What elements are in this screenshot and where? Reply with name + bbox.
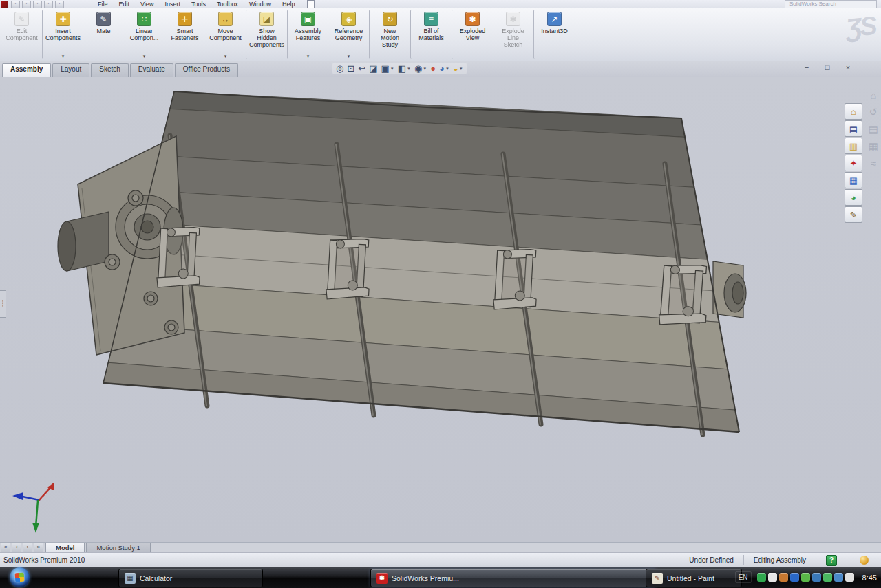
- quick-access-save-icon[interactable]: ·: [33, 1, 42, 8]
- tray-logoff-icon[interactable]: [823, 573, 832, 582]
- show-hidden-components-button[interactable]: ◪ Show Hidden Components ▾: [246, 10, 287, 59]
- dropdown-caret-icon[interactable]: ▾: [307, 54, 310, 59]
- tray-network-icon[interactable]: [812, 573, 821, 582]
- dropdown-caret-icon[interactable]: ▾: [143, 54, 146, 59]
- hide-show-items-button[interactable]: ◉▼: [413, 63, 428, 74]
- custom-properties-tab[interactable]: ✎: [845, 206, 862, 223]
- smart-fasteners-button[interactable]: ✛ Smart Fasteners ▾: [164, 10, 205, 59]
- close-document-button[interactable]: ×: [841, 63, 855, 74]
- tab-sketch[interactable]: Sketch: [91, 63, 129, 77]
- new-motion-study-button[interactable]: ↻ New Motion Study ▾: [369, 10, 410, 59]
- move-component-button[interactable]: ↔ Move Component ▾: [205, 10, 246, 59]
- graphics-area[interactable]: ⌂↺▤▦≈ ⌂▤▥✦▦◕✎ ┆: [0, 77, 881, 542]
- bracket-clip[interactable]: [326, 237, 372, 301]
- assembly-model[interactable]: [0, 77, 881, 542]
- tray-messenger-icon[interactable]: [801, 573, 810, 582]
- show-hidden-icon: ◪: [259, 12, 274, 26]
- section-view-button[interactable]: ◪▼: [368, 63, 379, 74]
- previous-view-button[interactable]: ↩▼: [357, 63, 367, 74]
- bill-of-materials-button[interactable]: ≡ Bill of Materials ▾: [410, 10, 452, 59]
- language-indicator[interactable]: EN: [735, 571, 752, 583]
- zoom-to-area-button[interactable]: ⊡▼: [346, 63, 356, 74]
- linear-component-pattern-button[interactable]: ∷ Linear Compon... ▾: [124, 10, 164, 59]
- tab-assembly[interactable]: Assembly: [2, 63, 51, 77]
- tray-volume-icon[interactable]: [845, 573, 854, 582]
- quick-access-undo-icon[interactable]: ·: [55, 1, 64, 8]
- quick-access-new-icon[interactable]: ·: [11, 1, 20, 8]
- motion-nav-next-button[interactable]: ›: [23, 543, 32, 552]
- file-explorer-tab[interactable]: ▥: [845, 138, 862, 154]
- feature-tree-splitter[interactable]: ┆: [0, 290, 6, 318]
- assembly-features-button[interactable]: ▣ Assembly Features ▾: [287, 10, 328, 59]
- model-tab[interactable]: Model: [45, 543, 85, 553]
- dropdown-caret-icon[interactable]: ▾: [224, 54, 227, 59]
- menu-item[interactable]: File: [92, 1, 114, 8]
- solidworks-search-input[interactable]: SolidWorks Search: [785, 0, 877, 8]
- dropdown-caret-icon[interactable]: ▼: [390, 67, 394, 71]
- menu-item[interactable]: View: [135, 1, 159, 8]
- menu-item[interactable]: Window: [244, 1, 277, 8]
- quick-access-open-icon[interactable]: ·: [22, 1, 31, 8]
- design-library-tab[interactable]: ▤: [845, 120, 862, 137]
- view-tool-icon: ▣: [381, 63, 389, 74]
- bracket-clip[interactable]: [156, 226, 202, 290]
- tray-media-icon[interactable]: [779, 573, 788, 582]
- motion-nav-first-button[interactable]: «: [1, 543, 10, 552]
- minimize-document-button[interactable]: −: [800, 63, 814, 74]
- dropdown-caret-icon[interactable]: ▼: [407, 67, 411, 71]
- menu-item[interactable]: Help: [277, 1, 301, 8]
- view-settings-button[interactable]: ◒▼: [452, 63, 465, 74]
- insert-components-button[interactable]: ✚ Insert Components ▾: [42, 10, 83, 59]
- display-style-button[interactable]: ◧▼: [396, 63, 412, 74]
- task-pane: ⌂▤▥✦▦◕✎: [845, 103, 862, 223]
- bracket-clip[interactable]: [493, 248, 539, 312]
- dropdown-caret-icon[interactable]: ▾: [348, 54, 350, 59]
- apply-scene-button[interactable]: ◕▼: [438, 63, 451, 74]
- view-palette-tab[interactable]: ▦: [845, 172, 862, 188]
- dropdown-caret-icon[interactable]: ▾: [62, 54, 65, 59]
- tray-bluetooth-icon[interactable]: [790, 573, 799, 582]
- menu-item[interactable]: Insert: [159, 1, 186, 8]
- tab-layout[interactable]: Layout: [52, 63, 89, 77]
- zoom-to-fit-button[interactable]: ◎▼: [335, 63, 345, 74]
- taskbar-button-solidworks[interactable]: ✱ SolidWorks Premiu...: [370, 569, 656, 587]
- tray-display-icon[interactable]: [834, 573, 843, 582]
- end-bearing-block[interactable]: [713, 261, 746, 318]
- view-tool-icon: ◧: [398, 63, 406, 74]
- menu-item[interactable]: Tools: [186, 1, 211, 8]
- appearances-scenes-tab[interactable]: ◕: [845, 189, 862, 206]
- motion-nav-last-button[interactable]: »: [34, 543, 43, 552]
- dropdown-caret-icon[interactable]: ▼: [445, 67, 449, 71]
- solidworks-resources-tab[interactable]: ⌂: [845, 103, 862, 120]
- shaft-stub[interactable]: [58, 212, 109, 271]
- edit-component-button[interactable]: ✎ Edit Component ▾: [1, 10, 42, 59]
- dropdown-caret-icon[interactable]: ▼: [459, 67, 463, 71]
- taskbar-clock[interactable]: 8:45: [862, 574, 877, 582]
- help-sphere-icon[interactable]: [860, 556, 869, 565]
- quick-tips-icon[interactable]: ?: [826, 555, 837, 566]
- edit-appearance-button[interactable]: ●▼: [429, 63, 437, 74]
- explode-line-sketch-button[interactable]: ✱ Explode Line Sketch ▾: [493, 10, 533, 59]
- assembly-panel[interactable]: [103, 91, 739, 432]
- taskbar-button-paint[interactable]: ✎ Untitled - Paint: [646, 569, 742, 587]
- start-button[interactable]: [10, 567, 30, 587]
- motion-nav-prev-button[interactable]: ‹: [12, 543, 21, 552]
- view-orientation-button[interactable]: ▣▼: [379, 63, 395, 74]
- mate-button[interactable]: ✎ Mate ▾: [83, 10, 124, 59]
- bracket-clip[interactable]: [659, 263, 710, 328]
- tray-status-icon[interactable]: [757, 573, 766, 582]
- quick-access-print-icon[interactable]: ·: [44, 1, 53, 8]
- reference-geometry-button[interactable]: ◈ Reference Geometry ▾: [328, 10, 369, 59]
- toolbox-tab[interactable]: ✦: [845, 155, 862, 171]
- motion-study-tab[interactable]: Motion Study 1: [86, 543, 150, 553]
- instant3d-button[interactable]: ↗ Instant3D ▾: [533, 10, 575, 59]
- menu-item[interactable]: Toolbox: [211, 1, 244, 8]
- tab-evaluate[interactable]: Evaluate: [130, 63, 173, 77]
- tab-office-products[interactable]: Office Products: [175, 63, 238, 77]
- exploded-view-button[interactable]: ✱ Exploded View ▾: [452, 10, 493, 59]
- menu-item[interactable]: Edit: [114, 1, 136, 8]
- taskbar-button-calculator[interactable]: ▦ Calculator: [118, 569, 263, 587]
- tray-balloon-icon[interactable]: [768, 573, 777, 582]
- dropdown-caret-icon[interactable]: ▼: [423, 67, 427, 71]
- restore-document-button[interactable]: □: [820, 63, 834, 74]
